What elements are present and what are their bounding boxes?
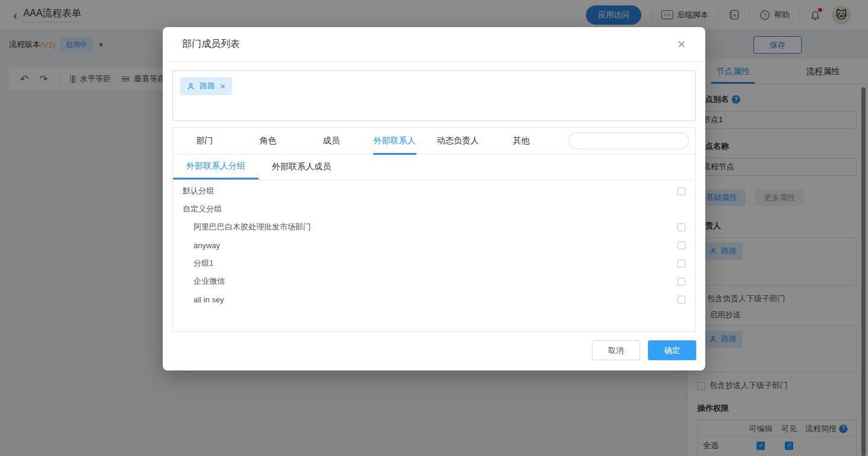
close-icon[interactable]: ✕: [677, 38, 686, 51]
subtab-external-groups[interactable]: 外部联系人分组: [173, 154, 259, 180]
app-root: ‹ AAA流程表单 应用访问 </> 后端脚本 A: [0, 0, 868, 456]
member-picker-dialog: 部门成员列表 ✕ 路路 ✕ 部门 角色 成员 外部联系人 动: [163, 27, 705, 370]
list-item[interactable]: 企业微信: [173, 272, 695, 290]
list-item-label: 分组1: [183, 258, 213, 269]
search-input[interactable]: [575, 136, 681, 145]
row-checkbox[interactable]: [678, 296, 685, 304]
selected-member-tag: 路路 ✕: [180, 77, 232, 95]
row-checkbox[interactable]: [678, 278, 685, 286]
row-checkbox[interactable]: [678, 223, 685, 231]
tab-other[interactable]: 其他: [489, 128, 553, 154]
person-icon: [186, 82, 195, 91]
cancel-button[interactable]: 取消: [592, 340, 640, 360]
dialog-title: 部门成员列表: [182, 38, 240, 51]
tab-external-contacts[interactable]: 外部联系人: [363, 128, 426, 154]
search-icon[interactable]: [681, 136, 682, 146]
list-item[interactable]: all in sey: [173, 290, 695, 308]
dialog-header: 部门成员列表 ✕: [163, 27, 705, 62]
list-item[interactable]: 自定义分组: [173, 200, 695, 218]
picker-tabs: 部门 角色 成员 外部联系人 动态负责人 其他: [173, 128, 695, 154]
list-item[interactable]: 默认分组: [173, 182, 695, 200]
tab-role[interactable]: 角色: [236, 128, 300, 154]
selected-members-box[interactable]: 路路 ✕: [172, 70, 696, 121]
confirm-button[interactable]: 确定: [648, 340, 696, 360]
list-item-label: 自定义分组: [183, 204, 222, 214]
row-checkbox[interactable]: [678, 260, 685, 267]
group-list: 默认分组 自定义分组 阿里巴巴白木胶处理批发市场部门 anyway: [173, 180, 695, 308]
selected-member-name: 路路: [200, 81, 215, 92]
list-item[interactable]: 阿里巴巴白木胶处理批发市场部门: [173, 218, 695, 236]
list-item-label: 默认分组: [183, 186, 214, 196]
row-checkbox[interactable]: [678, 187, 685, 195]
list-item-label: anyway: [183, 241, 220, 250]
picker-sub-tabs: 外部联系人分组 外部联系人成员: [173, 154, 695, 180]
tab-member[interactable]: 成员: [300, 128, 363, 154]
row-checkbox[interactable]: [678, 242, 685, 249]
list-item[interactable]: 分组1: [173, 254, 695, 272]
subtab-external-members[interactable]: 外部联系人成员: [259, 154, 344, 180]
remove-tag-icon[interactable]: ✕: [219, 82, 226, 91]
tab-dynamic-owner[interactable]: 动态负责人: [426, 128, 489, 154]
list-item-label: 阿里巴巴白木胶处理批发市场部门: [183, 222, 311, 233]
list-item-label: all in sey: [183, 295, 224, 304]
tab-department[interactable]: 部门: [173, 128, 236, 154]
member-picker: 部门 角色 成员 外部联系人 动态负责人 其他 外部联系人分组 外部联系: [172, 127, 696, 332]
list-item[interactable]: anyway: [173, 236, 695, 254]
list-item-label: 企业微信: [183, 276, 225, 287]
search-box: [568, 133, 689, 149]
